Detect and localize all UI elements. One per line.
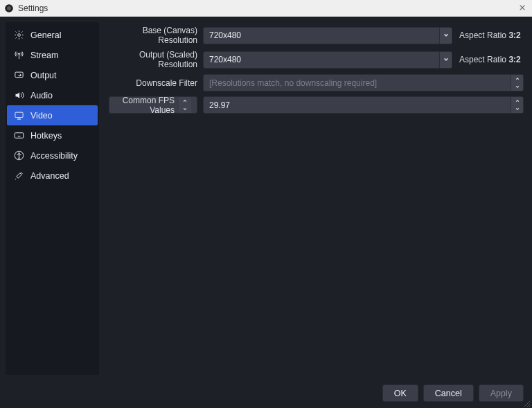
chevron-up-icon[interactable] bbox=[179, 97, 191, 105]
title-bar: Settings bbox=[0, 0, 532, 17]
sidebar-item-label: Video bbox=[30, 111, 53, 121]
keyboard-icon bbox=[14, 130, 24, 141]
broadcast-icon bbox=[14, 50, 24, 60]
sidebar-item-audio[interactable]: Audio bbox=[7, 85, 98, 105]
sidebar-item-accessibility[interactable]: Accessibility bbox=[7, 145, 98, 166]
close-icon[interactable] bbox=[517, 3, 528, 13]
dialog-footer: OK Cancel Apply bbox=[0, 380, 532, 408]
output-resolution-value: 720x480 bbox=[204, 55, 439, 64]
spin-buttons[interactable] bbox=[179, 97, 191, 113]
sidebar-item-label: Audio bbox=[30, 91, 53, 100]
base-resolution-label: Base (Canvas) Resolution bbox=[107, 26, 197, 45]
chevron-down-icon[interactable] bbox=[439, 52, 452, 68]
svg-rect-6 bbox=[15, 133, 24, 139]
sidebar-item-label: Accessibility bbox=[30, 151, 78, 161]
sidebar-item-label: Hotkeys bbox=[30, 131, 62, 141]
sidebar-item-label: Advanced bbox=[30, 171, 69, 181]
downscale-filter-dropdown[interactable]: [Resolutions match, no downscaling requi… bbox=[203, 74, 524, 91]
tools-icon bbox=[14, 170, 24, 181]
sidebar-item-advanced[interactable]: Advanced bbox=[7, 166, 98, 186]
cancel-button[interactable]: Cancel bbox=[423, 384, 474, 402]
video-settings-panel: Base (Canvas) Resolution 720x480 Aspect … bbox=[107, 22, 526, 375]
fps-value-dropdown[interactable]: 29.97 bbox=[203, 96, 524, 114]
fps-value: 29.97 bbox=[204, 100, 511, 110]
spin-buttons[interactable] bbox=[511, 97, 523, 113]
resize-grip[interactable] bbox=[524, 400, 531, 407]
sidebar-item-label: Stream bbox=[30, 51, 58, 60]
svg-point-2 bbox=[18, 34, 21, 37]
svg-rect-4 bbox=[15, 72, 23, 78]
chevron-up-icon[interactable] bbox=[511, 97, 523, 105]
chevron-down-icon[interactable] bbox=[439, 28, 452, 44]
output-aspect-ratio: Aspect Ratio 3:2 bbox=[458, 55, 524, 64]
base-resolution-dropdown[interactable]: 720x480 bbox=[203, 27, 452, 44]
output-icon bbox=[14, 70, 24, 80]
chevron-down-icon[interactable] bbox=[179, 105, 191, 114]
accessibility-icon bbox=[14, 150, 24, 161]
chevron-down-icon[interactable] bbox=[511, 83, 523, 91]
downscale-filter-label: Downscale Filter bbox=[107, 78, 197, 88]
downscale-filter-value: [Resolutions match, no downscaling requi… bbox=[204, 78, 511, 88]
gear-icon bbox=[14, 30, 24, 40]
spin-buttons[interactable] bbox=[511, 75, 523, 91]
sidebar-item-output[interactable]: Output bbox=[7, 65, 98, 85]
display-icon bbox=[14, 110, 24, 121]
app-icon bbox=[4, 3, 14, 13]
ok-button[interactable]: OK bbox=[382, 384, 418, 402]
sidebar-item-general[interactable]: General bbox=[7, 25, 98, 45]
svg-point-1 bbox=[7, 6, 11, 10]
svg-rect-5 bbox=[15, 112, 23, 118]
svg-point-8 bbox=[18, 152, 19, 154]
fps-mode-dropdown[interactable]: Common FPS Values bbox=[109, 96, 197, 114]
sidebar-item-label: General bbox=[30, 30, 61, 40]
sidebar-item-hotkeys[interactable]: Hotkeys bbox=[7, 125, 98, 145]
base-resolution-value: 720x480 bbox=[204, 30, 439, 40]
apply-button[interactable]: Apply bbox=[479, 384, 524, 402]
speaker-icon bbox=[14, 90, 24, 100]
sidebar-item-video[interactable]: Video bbox=[7, 105, 98, 125]
settings-sidebar: General Stream Output Audio Video bbox=[6, 22, 99, 375]
sidebar-item-label: Output bbox=[30, 71, 57, 80]
sidebar-item-stream[interactable]: Stream bbox=[7, 45, 98, 65]
chevron-down-icon[interactable] bbox=[511, 105, 523, 114]
fps-mode-label: Common FPS Values bbox=[115, 96, 175, 115]
output-resolution-dropdown[interactable]: 720x480 bbox=[203, 51, 452, 69]
chevron-up-icon[interactable] bbox=[511, 75, 523, 83]
base-aspect-ratio: Aspect Ratio 3:2 bbox=[458, 30, 524, 40]
output-resolution-label: Output (Scaled) Resolution bbox=[107, 50, 197, 69]
window-title: Settings bbox=[18, 3, 48, 13]
